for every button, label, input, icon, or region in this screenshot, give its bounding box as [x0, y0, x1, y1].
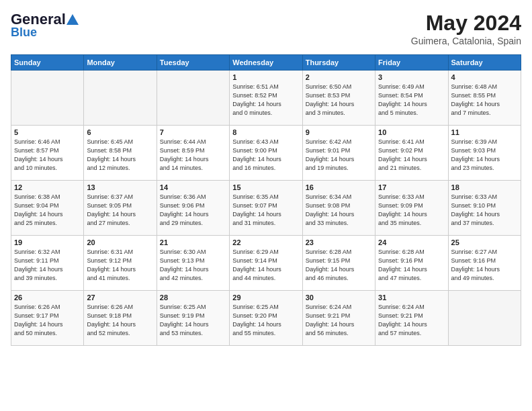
day-number: 27 — [87, 293, 153, 302]
day-info: Sunrise: 6:44 AM Sunset: 8:59 PM Dayligh… — [160, 138, 226, 173]
day-number: 16 — [306, 183, 372, 191]
day-number: 4 — [451, 73, 518, 81]
day-cell: 2Sunrise: 6:50 AM Sunset: 8:53 PM Daylig… — [302, 71, 375, 126]
day-info: Sunrise: 6:38 AM Sunset: 9:04 PM Dayligh… — [14, 193, 81, 228]
day-number: 17 — [378, 183, 445, 191]
day-info: Sunrise: 6:31 AM Sunset: 9:12 PM Dayligh… — [87, 248, 153, 283]
day-info: Sunrise: 6:29 AM Sunset: 9:14 PM Dayligh… — [232, 248, 299, 283]
day-number: 3 — [378, 73, 445, 81]
day-info: Sunrise: 6:36 AM Sunset: 9:06 PM Dayligh… — [160, 193, 226, 228]
day-cell: 29Sunrise: 6:25 AM Sunset: 9:20 PM Dayli… — [230, 291, 302, 346]
day-info: Sunrise: 6:24 AM Sunset: 9:21 PM Dayligh… — [378, 303, 445, 338]
logo: General Blue — [11, 11, 79, 40]
day-cell: 26Sunrise: 6:26 AM Sunset: 9:17 PM Dayli… — [11, 291, 84, 346]
day-info: Sunrise: 6:24 AM Sunset: 9:21 PM Dayligh… — [306, 303, 372, 338]
day-number: 13 — [87, 183, 153, 191]
day-number: 15 — [232, 183, 299, 191]
day-cell: 4Sunrise: 6:48 AM Sunset: 8:55 PM Daylig… — [448, 71, 521, 126]
day-info: Sunrise: 6:28 AM Sunset: 9:15 PM Dayligh… — [306, 248, 372, 283]
day-cell: 12Sunrise: 6:38 AM Sunset: 9:04 PM Dayli… — [11, 181, 84, 236]
week-row-1: 5Sunrise: 6:46 AM Sunset: 8:57 PM Daylig… — [11, 126, 521, 181]
day-cell: 10Sunrise: 6:41 AM Sunset: 9:02 PM Dayli… — [375, 126, 448, 181]
day-number: 31 — [378, 293, 445, 302]
day-number: 19 — [14, 238, 81, 246]
day-number: 23 — [306, 238, 372, 246]
day-info: Sunrise: 6:34 AM Sunset: 9:08 PM Dayligh… — [306, 193, 372, 228]
day-cell: 28Sunrise: 6:25 AM Sunset: 9:19 PM Dayli… — [157, 291, 229, 346]
day-info: Sunrise: 6:28 AM Sunset: 9:16 PM Dayligh… — [378, 248, 445, 283]
day-number: 24 — [378, 238, 445, 246]
day-info: Sunrise: 6:49 AM Sunset: 8:54 PM Dayligh… — [378, 83, 445, 118]
calendar-table: SundayMondayTuesdayWednesdayThursdayFrid… — [11, 54, 521, 346]
day-info: Sunrise: 6:37 AM Sunset: 9:05 PM Dayligh… — [87, 193, 153, 228]
day-info: Sunrise: 6:45 AM Sunset: 8:58 PM Dayligh… — [87, 138, 153, 173]
day-info: Sunrise: 6:26 AM Sunset: 9:18 PM Dayligh… — [87, 303, 153, 338]
day-number: 21 — [160, 238, 226, 246]
day-number: 2 — [306, 73, 372, 81]
day-number: 10 — [378, 128, 445, 136]
day-cell: 30Sunrise: 6:24 AM Sunset: 9:21 PM Dayli… — [302, 291, 375, 346]
header-row: SundayMondayTuesdayWednesdayThursdayFrid… — [11, 55, 521, 71]
day-cell: 7Sunrise: 6:44 AM Sunset: 8:59 PM Daylig… — [157, 126, 229, 181]
logo-blue: Blue — [11, 26, 37, 40]
day-info: Sunrise: 6:30 AM Sunset: 9:13 PM Dayligh… — [160, 248, 226, 283]
day-info: Sunrise: 6:33 AM Sunset: 9:10 PM Dayligh… — [451, 193, 518, 228]
day-info: Sunrise: 6:35 AM Sunset: 9:07 PM Dayligh… — [232, 193, 299, 228]
header-cell-saturday: Saturday — [448, 55, 521, 71]
day-cell: 20Sunrise: 6:31 AM Sunset: 9:12 PM Dayli… — [84, 236, 157, 291]
day-cell: 6Sunrise: 6:45 AM Sunset: 8:58 PM Daylig… — [84, 126, 157, 181]
day-cell: 23Sunrise: 6:28 AM Sunset: 9:15 PM Dayli… — [302, 236, 375, 291]
day-cell: 16Sunrise: 6:34 AM Sunset: 9:08 PM Dayli… — [302, 181, 375, 236]
day-number: 7 — [160, 128, 226, 136]
header-cell-friday: Friday — [375, 55, 448, 71]
day-info: Sunrise: 6:26 AM Sunset: 9:17 PM Dayligh… — [14, 303, 81, 338]
day-number: 6 — [87, 128, 153, 136]
day-cell: 21Sunrise: 6:30 AM Sunset: 9:13 PM Dayli… — [157, 236, 229, 291]
month-title: May 2024 — [411, 11, 521, 36]
day-info: Sunrise: 6:41 AM Sunset: 9:02 PM Dayligh… — [378, 138, 445, 173]
day-info: Sunrise: 6:25 AM Sunset: 9:20 PM Dayligh… — [232, 303, 299, 338]
day-number: 26 — [14, 293, 81, 302]
day-cell — [84, 71, 157, 126]
day-info: Sunrise: 6:50 AM Sunset: 8:53 PM Dayligh… — [306, 83, 372, 118]
day-cell: 22Sunrise: 6:29 AM Sunset: 9:14 PM Dayli… — [230, 236, 302, 291]
day-cell: 18Sunrise: 6:33 AM Sunset: 9:10 PM Dayli… — [448, 181, 521, 236]
day-number: 22 — [232, 238, 299, 246]
location: Guimera, Catalonia, Spain — [411, 36, 521, 46]
header-cell-sunday: Sunday — [11, 55, 84, 71]
day-cell: 14Sunrise: 6:36 AM Sunset: 9:06 PM Dayli… — [157, 181, 229, 236]
day-cell: 13Sunrise: 6:37 AM Sunset: 9:05 PM Dayli… — [84, 181, 157, 236]
day-number: 29 — [232, 293, 299, 302]
day-cell: 24Sunrise: 6:28 AM Sunset: 9:16 PM Dayli… — [375, 236, 448, 291]
title-block: May 2024 Guimera, Catalonia, Spain — [411, 11, 521, 46]
day-info: Sunrise: 6:46 AM Sunset: 8:57 PM Dayligh… — [14, 138, 81, 173]
logo-triangle-icon — [66, 14, 79, 25]
day-cell: 9Sunrise: 6:42 AM Sunset: 9:01 PM Daylig… — [302, 126, 375, 181]
day-number: 11 — [451, 128, 518, 136]
week-row-0: 1Sunrise: 6:51 AM Sunset: 8:52 PM Daylig… — [11, 71, 521, 126]
day-cell: 19Sunrise: 6:32 AM Sunset: 9:11 PM Dayli… — [11, 236, 84, 291]
day-number: 14 — [160, 183, 226, 191]
page-header: General Blue May 2024 Guimera, Catalonia… — [11, 11, 521, 46]
week-row-2: 12Sunrise: 6:38 AM Sunset: 9:04 PM Dayli… — [11, 181, 521, 236]
day-info: Sunrise: 6:43 AM Sunset: 9:00 PM Dayligh… — [232, 138, 299, 173]
calendar-body: 1Sunrise: 6:51 AM Sunset: 8:52 PM Daylig… — [11, 71, 521, 346]
day-cell: 1Sunrise: 6:51 AM Sunset: 8:52 PM Daylig… — [230, 71, 302, 126]
day-cell: 11Sunrise: 6:39 AM Sunset: 9:03 PM Dayli… — [448, 126, 521, 181]
day-cell — [448, 291, 521, 346]
day-info: Sunrise: 6:42 AM Sunset: 9:01 PM Dayligh… — [306, 138, 372, 173]
day-cell — [157, 71, 229, 126]
header-cell-wednesday: Wednesday — [230, 55, 302, 71]
day-number: 1 — [232, 73, 299, 81]
day-number: 8 — [232, 128, 299, 136]
week-row-4: 26Sunrise: 6:26 AM Sunset: 9:17 PM Dayli… — [11, 291, 521, 346]
day-number: 9 — [306, 128, 372, 136]
header-cell-thursday: Thursday — [302, 55, 375, 71]
day-number: 12 — [14, 183, 81, 191]
day-cell: 25Sunrise: 6:27 AM Sunset: 9:16 PM Dayli… — [448, 236, 521, 291]
day-number: 5 — [14, 128, 81, 136]
day-info: Sunrise: 6:48 AM Sunset: 8:55 PM Dayligh… — [451, 83, 518, 118]
day-info: Sunrise: 6:39 AM Sunset: 9:03 PM Dayligh… — [451, 138, 518, 173]
day-info: Sunrise: 6:25 AM Sunset: 9:19 PM Dayligh… — [160, 303, 226, 338]
day-cell: 8Sunrise: 6:43 AM Sunset: 9:00 PM Daylig… — [230, 126, 302, 181]
